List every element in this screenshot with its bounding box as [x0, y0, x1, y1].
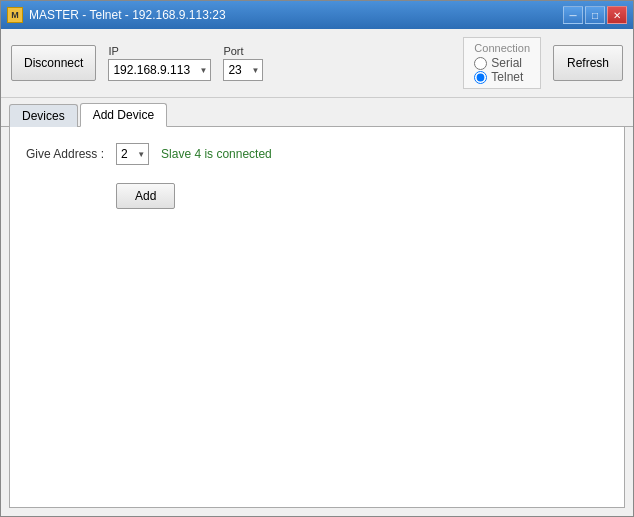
toolbar: Disconnect IP 192.168.9.113 Port 23 Conn…	[1, 29, 633, 98]
address-row: Give Address : 1 2 3 4 5 Slave 4 is conn…	[26, 143, 608, 165]
title-bar: M MASTER - Telnet - 192.168.9.113:23 ─ □…	[1, 1, 633, 29]
port-select[interactable]: 23	[223, 59, 263, 81]
refresh-button[interactable]: Refresh	[553, 45, 623, 81]
telnet-radio-row: Telnet	[474, 70, 530, 84]
tab-add-device[interactable]: Add Device	[80, 103, 167, 127]
title-bar-left: M MASTER - Telnet - 192.168.9.113:23	[7, 7, 226, 23]
port-label: Port	[223, 45, 263, 57]
window-controls: ─ □ ✕	[563, 6, 627, 24]
tab-bar: Devices Add Device	[1, 98, 633, 127]
window-title: MASTER - Telnet - 192.168.9.113:23	[29, 8, 226, 22]
telnet-label: Telnet	[491, 70, 523, 84]
connection-group: Connection Serial Telnet	[463, 37, 541, 89]
tab-devices[interactable]: Devices	[9, 104, 78, 127]
ip-field-group: IP 192.168.9.113	[108, 45, 211, 81]
address-select-wrapper: 1 2 3 4 5	[116, 143, 149, 165]
connection-title: Connection	[474, 42, 530, 54]
main-window: M MASTER - Telnet - 192.168.9.113:23 ─ □…	[0, 0, 634, 517]
ip-label: IP	[108, 45, 211, 57]
maximize-button[interactable]: □	[585, 6, 605, 24]
telnet-radio[interactable]	[474, 71, 487, 84]
port-select-wrapper: 23	[223, 59, 263, 81]
add-button[interactable]: Add	[116, 183, 175, 209]
tab-content: Give Address : 1 2 3 4 5 Slave 4 is conn…	[9, 127, 625, 508]
give-address-label: Give Address :	[26, 147, 104, 161]
connection-status: Slave 4 is connected	[161, 147, 272, 161]
add-button-row: Add	[26, 183, 608, 209]
serial-label: Serial	[491, 56, 522, 70]
minimize-button[interactable]: ─	[563, 6, 583, 24]
port-field-group: Port 23	[223, 45, 263, 81]
disconnect-button[interactable]: Disconnect	[11, 45, 96, 81]
serial-radio[interactable]	[474, 57, 487, 70]
ip-select[interactable]: 192.168.9.113	[108, 59, 211, 81]
serial-radio-row: Serial	[474, 56, 530, 70]
app-icon: M	[7, 7, 23, 23]
address-select[interactable]: 1 2 3 4 5	[116, 143, 149, 165]
close-button[interactable]: ✕	[607, 6, 627, 24]
add-device-form: Give Address : 1 2 3 4 5 Slave 4 is conn…	[26, 143, 608, 209]
ip-select-wrapper: 192.168.9.113	[108, 59, 211, 81]
